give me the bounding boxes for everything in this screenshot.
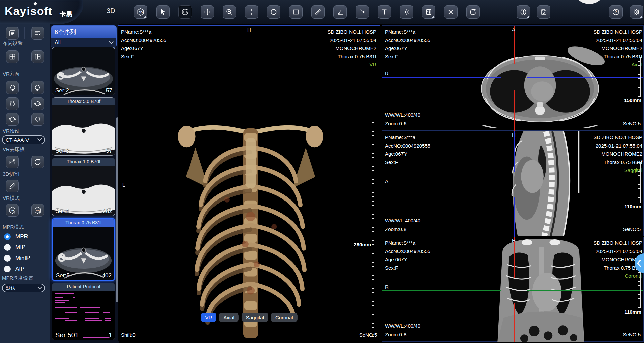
- settings-button[interactable]: [630, 5, 643, 19]
- radio-aip[interactable]: AIP: [4, 266, 24, 272]
- series-title: Thorax 5.0 B70f: [52, 98, 115, 105]
- text-annotation-button[interactable]: [378, 5, 391, 19]
- radio-mip[interactable]: MIP: [4, 244, 25, 251]
- crosshair-horizontal[interactable]: [382, 77, 501, 78]
- adjustments-button[interactable]: [422, 5, 435, 19]
- orientation-left: A: [385, 178, 388, 184]
- view-button-axial[interactable]: Axial: [219, 313, 239, 322]
- layout-series-list-button[interactable]: [6, 27, 19, 40]
- view-type-label: VR: [327, 61, 376, 69]
- mpr-thickness-label: MPR厚度设置: [2, 275, 33, 281]
- view-button-saggital[interactable]: Saggital: [241, 313, 268, 322]
- series-item-ser2[interactable]: Ser:2 57: [52, 47, 115, 95]
- pan-button[interactable]: [201, 5, 214, 19]
- help-icon: ?: [612, 8, 620, 16]
- scale-label: 110mm: [624, 309, 641, 315]
- user-avatar[interactable]: [576, 0, 603, 4]
- pan-icon: [204, 8, 211, 16]
- ellipse-tool-button[interactable]: [267, 5, 280, 19]
- vr-mode-mip-button[interactable]: MIP: [31, 204, 44, 217]
- radio-label: AIP: [15, 266, 24, 272]
- series-item-ser3[interactable]: Thorax 5.0 B70f Ser:3 57: [52, 97, 115, 156]
- layout-split-button[interactable]: [31, 50, 44, 63]
- crosshair-horizontal[interactable]: [527, 185, 643, 185]
- layout-close-series-button[interactable]: [31, 27, 44, 40]
- study-datetime: 2025-01-21 07:55:04: [593, 247, 642, 256]
- window-level-button[interactable]: [400, 5, 413, 19]
- head-chin-icon: [34, 116, 41, 123]
- mpr-thickness-dropdown[interactable]: 默认: [2, 284, 45, 292]
- help-button[interactable]: ?: [609, 5, 623, 19]
- rotate-3d-button[interactable]: [178, 5, 192, 19]
- chevron-left-icon: [637, 260, 641, 267]
- zoom-in-icon: [226, 8, 233, 16]
- vr-bed-reset-button[interactable]: [31, 156, 44, 168]
- crosshair-horizontal[interactable]: [382, 185, 501, 185]
- crosshair-vertical[interactable]: [514, 303, 515, 342]
- viewport-saggital[interactable]: PName:S***a AccNO:0004920555 Age:067Y Se…: [382, 131, 644, 236]
- patient-info-overlay: PName:S***a AccNO:0004920555 Age:067Y Se…: [121, 28, 166, 61]
- vr-direction-posterior-button[interactable]: [6, 113, 19, 126]
- hospital-name: SD ZIBO NO.1 HOSP: [593, 28, 642, 36]
- app-logo: Kayisoft 卡易: [0, 0, 83, 24]
- cursor-button[interactable]: [156, 5, 170, 19]
- reset-view-button[interactable]: [466, 5, 480, 19]
- rectangle-tool-button[interactable]: [289, 5, 303, 19]
- series-item-ser5-selected[interactable]: Thorax 0.75 B31f Ser:5 402: [52, 218, 115, 281]
- crosshair-vertical[interactable]: [514, 90, 515, 131]
- vr-direction-anterior-button[interactable]: [31, 97, 44, 110]
- orientation-top: H: [512, 132, 516, 138]
- vr-direction-left-button[interactable]: [6, 81, 19, 94]
- view-type-label: Axial: [593, 61, 642, 69]
- patient-info-overlay: PName:S***a AccNO:0004920555 Age:067Y Se…: [385, 133, 430, 166]
- vr-preset-dropdown[interactable]: CT-AAA-V: [2, 135, 45, 144]
- vr-direction-superior-button[interactable]: [6, 97, 19, 110]
- crosshair-icon: [248, 8, 255, 16]
- crosshair-horizontal[interactable]: [382, 290, 501, 291]
- radio-dot: [4, 255, 11, 262]
- logo-suffix: 卡易: [60, 10, 72, 19]
- orientation-top: H: [512, 238, 516, 243]
- vr-direction-right-button[interactable]: [31, 81, 44, 94]
- crosshair-horizontal[interactable]: [527, 77, 643, 78]
- cobb-angle-button[interactable]: [356, 5, 369, 19]
- view-button-vr[interactable]: VR: [201, 313, 216, 322]
- angle-button[interactable]: [333, 5, 347, 19]
- layout-grid-button[interactable]: [6, 50, 19, 63]
- series-label: Ser:5: [56, 272, 70, 279]
- vr-direction-label: VR方向: [3, 71, 20, 77]
- cut-3d-button[interactable]: [6, 180, 19, 192]
- vr-mode-vr-button[interactable]: VR: [6, 204, 19, 217]
- delete-annotation-button[interactable]: [444, 5, 458, 19]
- info-button[interactable]: [517, 5, 530, 19]
- view-3d-button[interactable]: 3D: [134, 5, 147, 19]
- crosshair-horizontal[interactable]: [527, 290, 643, 291]
- view-button-coronal[interactable]: Coronal: [271, 313, 298, 322]
- series-item-ser501[interactable]: Patient Protocol Ser:501: [52, 283, 115, 340]
- vr-direction-inferior-button[interactable]: [31, 113, 44, 126]
- radio-dot: [4, 233, 11, 240]
- series-title: Thorax 0.75 B31f: [53, 219, 114, 227]
- patient-accno: AccNO:0004920555: [385, 247, 430, 256]
- window-level-value: WW/WL:400/40: [385, 322, 420, 330]
- save-button[interactable]: [537, 5, 550, 19]
- series-list-icon: [9, 30, 16, 37]
- remove-bed-button[interactable]: [6, 156, 19, 168]
- radio-minip[interactable]: MinIP: [4, 255, 30, 262]
- angle-icon: [336, 8, 344, 16]
- viewport-axial[interactable]: PName:S***a AccNO:0004920555 Age:067Y Se…: [382, 25, 644, 131]
- ruler-button[interactable]: [311, 5, 325, 19]
- series-description: Thorax 0.75 B31f: [593, 53, 642, 61]
- viewport-coronal[interactable]: PName:S***a AccNO:0004920555 Age:067Y Se…: [382, 237, 644, 342]
- mpr-thickness-value: 默认: [6, 285, 16, 291]
- viewport-vr[interactable]: PName:S***a AccNO:0004920555 Age:067Y Se…: [118, 25, 380, 341]
- crosshair-vertical[interactable]: [514, 197, 515, 237]
- series-filter-dropdown[interactable]: All: [51, 38, 116, 47]
- crosshair-button[interactable]: [245, 5, 258, 19]
- sliders-icon: [425, 8, 432, 16]
- radio-mpr[interactable]: MPR: [4, 233, 28, 240]
- zoom-in-button[interactable]: [223, 5, 236, 19]
- photometric: MONOCHROME2: [327, 44, 376, 53]
- vr-rendering: [175, 116, 326, 341]
- series-item-ser4[interactable]: Thorax 1.0 B70f Ser:4 282: [52, 158, 115, 216]
